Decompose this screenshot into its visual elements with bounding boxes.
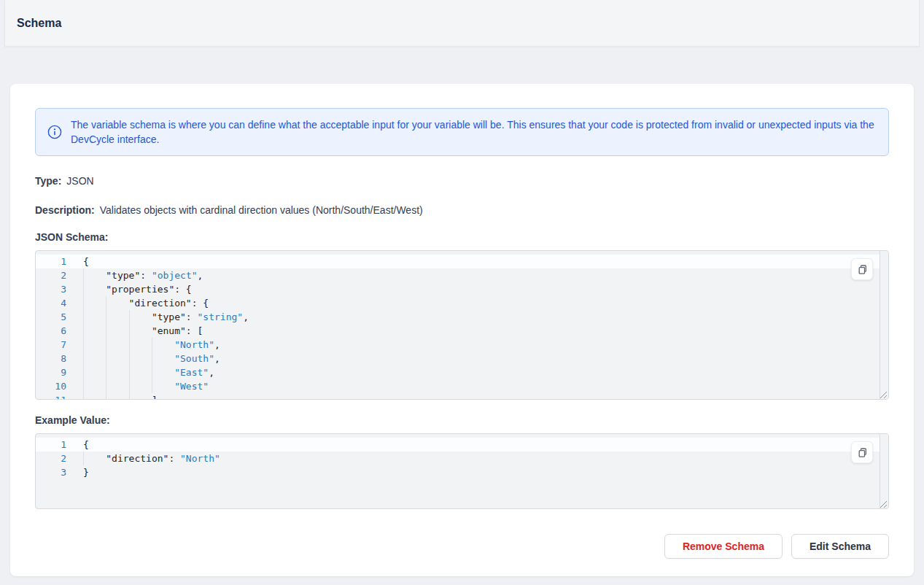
code-line: 11] <box>36 393 888 400</box>
json-schema-label: JSON Schema: <box>35 230 889 244</box>
example-value-code: 1{2"direction": "North"3} <box>36 434 888 479</box>
info-alert: The variable schema is where you can def… <box>35 108 889 156</box>
description-row: Description:Validates objects with cardi… <box>35 203 889 217</box>
code-line: 1{ <box>36 255 888 268</box>
info-alert-text: The variable schema is where you can def… <box>71 117 877 147</box>
code-line: 3} <box>36 465 888 479</box>
code-line: 5"type": "string", <box>36 310 888 324</box>
resize-handle-icon[interactable] <box>878 389 888 398</box>
code-line: 9"East", <box>36 365 888 379</box>
edit-schema-button[interactable]: Edit Schema <box>791 534 889 559</box>
type-label: Type: <box>35 175 61 187</box>
copy-icon[interactable] <box>851 441 873 463</box>
info-circle-icon <box>47 125 62 139</box>
actions-row: Remove Schema Edit Schema <box>35 534 889 559</box>
code-line: 7"North", <box>36 338 888 352</box>
copy-icon[interactable] <box>851 258 873 280</box>
type-value: JSON <box>66 175 93 187</box>
page-title: Schema <box>17 17 61 30</box>
editor-scrollbar[interactable] <box>880 434 888 508</box>
example-value-editor[interactable]: 1{2"direction": "North"3} <box>35 433 889 509</box>
remove-schema-button[interactable]: Remove Schema <box>664 534 783 559</box>
code-line: 3"properties": { <box>36 282 888 296</box>
resize-handle-icon[interactable] <box>878 498 888 508</box>
code-line: 8"South", <box>36 352 888 365</box>
schema-card: The variable schema is where you can def… <box>10 84 914 576</box>
code-line: 2"type": "object", <box>36 268 888 282</box>
json-schema-code: 1{2"type": "object",3"properties": {4"di… <box>36 251 888 400</box>
code-line: 2"direction": "North" <box>36 452 888 465</box>
code-line: 10"West" <box>36 379 888 393</box>
page-header: Schema <box>4 0 920 47</box>
description-label: Description: <box>35 204 95 216</box>
type-row: Type:JSON <box>35 174 889 188</box>
description-value: Validates objects with cardinal directio… <box>100 204 423 216</box>
json-schema-editor[interactable]: 1{2"type": "object",3"properties": {4"di… <box>35 250 889 400</box>
code-line: 4"direction": { <box>36 296 888 310</box>
editor-scrollbar[interactable] <box>880 251 888 399</box>
code-line: 6"enum": [ <box>36 324 888 338</box>
code-line: 1{ <box>36 438 888 452</box>
example-value-label: Example Value: <box>35 413 889 427</box>
